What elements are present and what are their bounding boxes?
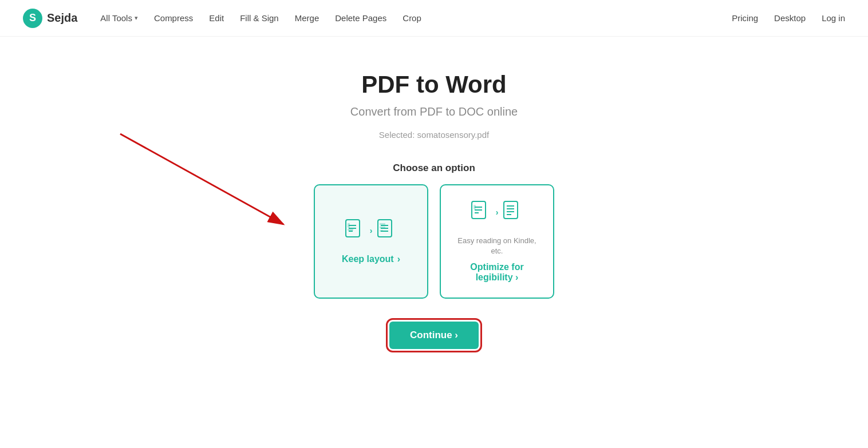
page-title: PDF to Word — [361, 71, 507, 98]
nav-right: Pricing Desktop Log in — [732, 13, 845, 23]
chevron-down-icon: ▾ — [135, 14, 138, 22]
pdf-doc-icon — [345, 219, 365, 243]
svg-rect-7 — [348, 229, 353, 231]
optimize-sublabel: Easy reading on Kindle, etc. — [452, 236, 542, 256]
svg-rect-13 — [380, 227, 385, 228]
logo-icon: S — [23, 9, 42, 28]
svg-rect-14 — [380, 230, 383, 232]
svg-rect-19 — [474, 205, 476, 209]
nav-merge[interactable]: Merge — [295, 13, 319, 23]
logo[interactable]: S Sejda — [23, 9, 77, 28]
convert-arrow2-icon: › — [496, 208, 499, 217]
nav-edit[interactable]: Edit — [209, 13, 224, 23]
svg-rect-20 — [504, 201, 518, 219]
logo-text: Sejda — [47, 11, 77, 25]
convert-arrow-icon: › — [370, 226, 373, 235]
nav-compress[interactable]: Compress — [154, 13, 193, 23]
nav-login[interactable]: Log in — [822, 13, 845, 23]
annotation-arrow — [115, 128, 321, 245]
page-subtitle: Convert from PDF to DOC online — [350, 105, 518, 118]
pdf-doc2-icon — [471, 200, 491, 224]
navbar: S Sejda All Tools ▾ Compress Edit Fill &… — [0, 0, 868, 37]
main-content: PDF to Word Convert from PDF to DOC onli… — [0, 37, 868, 349]
legibility-doc-icon — [503, 200, 523, 224]
svg-rect-6 — [348, 223, 350, 228]
choose-option-label: Choose an option — [393, 162, 475, 174]
keep-layout-label: Keep layout › — [342, 254, 400, 264]
svg-line-1 — [120, 134, 283, 224]
keep-layout-icons: › — [345, 219, 398, 243]
option-keep-layout[interactable]: › Keep layout › — [314, 184, 428, 299]
options-container: › Keep layout › — [314, 184, 554, 299]
nav-delete-pages[interactable]: Delete Pages — [335, 13, 386, 23]
red-arrow-icon — [115, 128, 321, 243]
selected-file: Selected: somatosensory.pdf — [379, 130, 489, 140]
nav-desktop[interactable]: Desktop — [774, 13, 806, 23]
keep-layout-arrow-icon: › — [397, 254, 400, 264]
nav-all-tools[interactable]: All Tools ▾ — [100, 13, 138, 23]
continue-button[interactable]: Continue › — [389, 322, 479, 349]
svg-rect-12 — [380, 223, 385, 225]
nav-crop[interactable]: Crop — [403, 13, 421, 23]
word-doc-icon — [377, 219, 397, 243]
nav-links: All Tools ▾ Compress Edit Fill & Sign Me… — [100, 13, 732, 23]
nav-pricing[interactable]: Pricing — [732, 13, 758, 23]
optimize-label: Optimize for legibility › — [452, 262, 542, 283]
optimize-icons: › — [471, 200, 524, 224]
nav-fill-sign[interactable]: Fill & Sign — [240, 13, 279, 23]
option-optimize-legibility[interactable]: › Easy reading on Kindle, etc. Optimize … — [440, 184, 554, 299]
